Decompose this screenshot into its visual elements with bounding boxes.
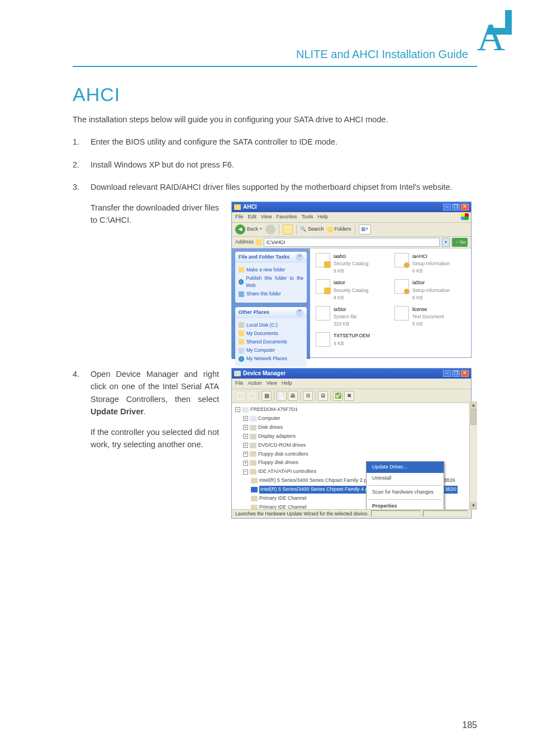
task-share[interactable]: Share this folder xyxy=(239,290,303,298)
context-scan[interactable]: Scan for hardware changes xyxy=(367,487,444,498)
title-rule xyxy=(73,66,477,67)
back-label: Back xyxy=(247,226,258,233)
tree-node[interactable]: +Disk drives xyxy=(243,423,468,432)
tree-node[interactable]: +Computer xyxy=(243,414,468,423)
menu-favorites[interactable]: Favorites xyxy=(276,213,297,221)
network-icon xyxy=(239,356,244,362)
update-driver-button[interactable]: ⚙ xyxy=(303,391,313,401)
menu-file[interactable]: File xyxy=(235,213,244,221)
collapse-icon[interactable]: − xyxy=(243,470,248,475)
file-folder-tasks-header[interactable]: File and Folder Tasks⌃ xyxy=(235,252,307,263)
menu-help[interactable]: Help xyxy=(282,380,292,387)
window-buttons: – ❐ ✕ xyxy=(443,370,469,377)
menu-view[interactable]: View xyxy=(266,380,277,387)
address-dropdown[interactable]: ▾ xyxy=(442,238,450,247)
folders-icon xyxy=(327,227,333,232)
context-properties[interactable]: Properties xyxy=(367,501,444,509)
context-menu[interactable]: Update Driver... Uninstall Scan for hard… xyxy=(366,461,444,509)
place-localdisk[interactable]: Local Disk (C:) xyxy=(239,322,303,329)
text-icon xyxy=(394,306,409,320)
menu-edit[interactable]: Edit xyxy=(248,213,257,221)
properties-button[interactable]: 📄 xyxy=(277,391,287,401)
folder-icon xyxy=(239,331,244,336)
status-text: Launches the Hardware Update Wizard for … xyxy=(235,510,369,518)
globe-icon xyxy=(239,279,244,285)
nav-back-button: ← xyxy=(235,391,245,401)
minimize-button[interactable]: – xyxy=(443,204,451,210)
page: A NLITE and AHCI Installation Guide AHCI… xyxy=(0,0,533,756)
other-places-header[interactable]: Other Places⌃ xyxy=(235,307,307,318)
collapse-icon: ⌃ xyxy=(296,253,303,261)
maximize-button[interactable]: ❐ xyxy=(452,370,460,377)
expand-icon[interactable]: + xyxy=(243,461,248,466)
view-button[interactable]: ▦ xyxy=(261,391,272,401)
menu-action[interactable]: Action xyxy=(248,380,262,387)
address-input[interactable] xyxy=(264,238,440,247)
place-mydocs[interactable]: My Documents xyxy=(239,330,303,337)
up-button[interactable] xyxy=(283,224,293,235)
place-mycomp[interactable]: My Computer xyxy=(239,347,303,354)
expand-icon[interactable]: + xyxy=(243,452,248,457)
context-uninstall[interactable]: Uninstall xyxy=(367,473,444,484)
search-button[interactable]: 🔍Search xyxy=(300,226,324,233)
devmgr-menubar: File Action View Help xyxy=(232,379,471,389)
menu-file[interactable]: File xyxy=(235,380,244,387)
forward-button[interactable] xyxy=(265,224,275,235)
status-cell xyxy=(371,510,421,517)
tree-node[interactable]: +Display adapters xyxy=(243,432,468,441)
file-item[interactable]: IaStorSystem file323 KB xyxy=(316,306,387,328)
scroll-thumb[interactable] xyxy=(470,409,477,425)
other-places: Other Places⌃ Local Disk (C:) My Documen… xyxy=(235,307,307,367)
close-button[interactable]: ✕ xyxy=(461,204,469,210)
tree-node[interactable]: +DVD/CD-ROM drives xyxy=(243,441,468,450)
expand-icon[interactable]: + xyxy=(243,434,248,439)
catalog-icon xyxy=(316,253,330,267)
step-4-period: . xyxy=(144,407,146,416)
menu-separator xyxy=(369,485,441,486)
channel-icon xyxy=(251,505,258,509)
task-new-folder[interactable]: Make a new folder xyxy=(239,266,303,274)
minimize-button[interactable]: – xyxy=(443,370,451,377)
go-button[interactable]: → Go xyxy=(452,238,468,247)
menu-view[interactable]: View xyxy=(261,213,272,221)
file-item[interactable]: licenseText Document5 KB xyxy=(394,306,465,328)
file-item[interactable]: iaahciSecurity Catalog9 KB xyxy=(316,253,387,275)
toolbar-sep xyxy=(300,391,301,401)
place-network[interactable]: My Network Places xyxy=(239,355,303,362)
print-button[interactable]: 🖶 xyxy=(288,391,298,401)
expand-icon[interactable]: + xyxy=(243,416,248,421)
explorer-files-pane[interactable]: iaahciSecurity Catalog9 KB iaAHCISetup I… xyxy=(310,248,471,359)
address-folder-icon xyxy=(256,240,261,245)
explorer-titlebar[interactable]: AHCI – ❐ ✕ xyxy=(232,202,471,212)
scan-button[interactable]: 🖥 xyxy=(318,391,328,401)
explorer-title: AHCI xyxy=(234,203,256,212)
scroll-down-icon[interactable]: ▼ xyxy=(470,502,477,510)
file-item[interactable]: iaAHCISetup Information6 KB xyxy=(394,253,465,275)
enable-button[interactable]: ✅ xyxy=(333,391,343,401)
tree-root[interactable]: −FREEDOM-475F7D1 xyxy=(235,405,468,414)
context-update-driver[interactable]: Update Driver... xyxy=(367,462,444,473)
uninstall-button[interactable]: ✖ xyxy=(344,391,354,401)
file-item[interactable]: TXTSETUP.OEM4 KB xyxy=(316,332,387,347)
tree-node[interactable]: +Floppy disk controllers xyxy=(243,450,468,459)
expand-icon[interactable]: + xyxy=(243,443,248,448)
scroll-up-icon[interactable]: ▲ xyxy=(470,401,477,409)
menu-help[interactable]: Help xyxy=(317,213,328,221)
close-button[interactable]: ✕ xyxy=(461,370,469,377)
place-shared[interactable]: Shared Documents xyxy=(239,338,303,346)
views-button[interactable]: ▦▾ xyxy=(359,224,371,235)
scrollbar[interactable]: ▲ ▼ xyxy=(469,401,477,510)
expand-icon[interactable]: + xyxy=(243,425,248,430)
file-item[interactable]: iastorSecurity Catalog8 KB xyxy=(316,279,387,302)
collapse-icon[interactable]: − xyxy=(235,407,240,412)
folders-button[interactable]: Folders xyxy=(327,226,351,233)
devmgr-titlebar[interactable]: Device Manager – ❐ ✕ xyxy=(232,369,471,379)
back-button[interactable]: ◄Back▾ xyxy=(235,224,262,235)
maximize-button[interactable]: ❐ xyxy=(452,204,460,210)
inf-icon xyxy=(394,253,409,267)
device-tree[interactable]: −FREEDOM-475F7D1 +Computer +Disk drives … xyxy=(232,403,471,509)
menu-tools[interactable]: Tools xyxy=(301,213,313,221)
other-places-title: Other Places xyxy=(239,309,269,317)
file-item[interactable]: iaStorSetup Information6 KB xyxy=(394,279,465,302)
task-publish[interactable]: Publish this folder to the Web xyxy=(239,275,303,289)
